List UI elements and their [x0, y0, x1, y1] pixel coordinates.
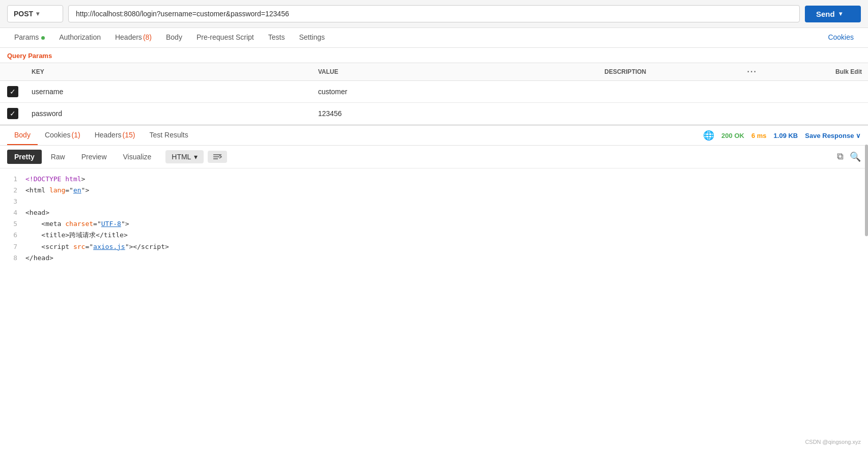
method-label: POST	[14, 10, 33, 18]
code-content: <!DOCTYPE html>	[25, 174, 85, 185]
format-chevron-icon: ▾	[194, 153, 198, 161]
resp-tab-test-results[interactable]: Test Results	[142, 126, 195, 145]
format-bar-right: ⧉ 🔍	[837, 151, 861, 162]
wrap-icon	[213, 153, 222, 160]
format-type-select[interactable]: HTML ▾	[165, 150, 204, 163]
send-label: Send	[816, 10, 835, 18]
resp-tab-cookies[interactable]: Cookies(1)	[38, 126, 88, 145]
copy-icon[interactable]: ⧉	[837, 151, 844, 162]
line-num: 6	[7, 230, 17, 241]
code-line-2: 2 <html lang="en">	[7, 185, 861, 196]
row2-key[interactable]: password	[25, 103, 312, 125]
line-num: 8	[7, 252, 17, 264]
checkmark-icon: ✓	[10, 109, 16, 118]
top-bar: POST ▾ http://localhost:8080/login?usern…	[0, 0, 868, 28]
tab-headers[interactable]: Headers(8)	[108, 28, 159, 47]
search-icon[interactable]: 🔍	[850, 151, 861, 162]
tab-cookies[interactable]: Cookies	[821, 28, 861, 47]
col-bulk-edit[interactable]: Bulk Edit	[772, 63, 868, 81]
checkmark-icon: ✓	[10, 88, 16, 96]
send-chevron-icon: ▾	[839, 10, 842, 17]
tab-tests[interactable]: Tests	[261, 28, 292, 47]
row1-actions	[732, 81, 772, 103]
line-num: 7	[7, 241, 17, 252]
more-options-icon[interactable]: ···	[747, 67, 757, 76]
checkbox-checked[interactable]: ✓	[7, 108, 18, 119]
resp-cookies-badge: (1)	[72, 131, 80, 139]
tab-authorization[interactable]: Authorization	[52, 28, 108, 47]
request-tabs: Params Authorization Headers(8) Body Pre…	[0, 28, 868, 48]
code-content: <title>跨域请求</title>	[25, 230, 128, 241]
tab-prerequest[interactable]: Pre-request Script	[189, 28, 261, 47]
response-section: Body Cookies(1) Headers(15) Test Results…	[0, 125, 868, 269]
col-value: VALUE	[312, 63, 599, 81]
globe-icon: 🌐	[703, 130, 714, 141]
response-time: 6 ms	[751, 132, 767, 139]
params-dot	[41, 36, 45, 40]
fmt-tab-visualize[interactable]: Visualize	[116, 150, 159, 164]
code-content	[25, 196, 30, 207]
line-num: 2	[7, 185, 17, 196]
method-select[interactable]: POST ▾	[7, 5, 63, 22]
wrap-button[interactable]	[208, 151, 227, 163]
status-code: 200 OK	[721, 132, 744, 139]
line-num: 1	[7, 174, 17, 185]
resp-headers-badge: (15)	[123, 131, 135, 139]
code-line-4: 4 <head>	[7, 207, 861, 218]
code-area: 1 <!DOCTYPE html> 2 <html lang="en"> 3 4…	[0, 168, 868, 269]
row1-bulk	[772, 81, 868, 103]
headers-badge: (8)	[143, 33, 152, 41]
query-params-title: Query Params	[0, 48, 868, 63]
code-content: <head>	[25, 207, 49, 218]
row2-description[interactable]	[598, 103, 732, 125]
line-num: 3	[7, 196, 17, 207]
fmt-tab-preview[interactable]: Preview	[74, 150, 114, 164]
line-num: 4	[7, 207, 17, 218]
url-input[interactable]: http://localhost:8080/login?username=cus…	[68, 5, 800, 22]
response-size: 1.09 KB	[774, 132, 798, 139]
query-params-section: Query Params KEY VALUE DESCRIPTION ··· B…	[0, 48, 868, 125]
tab-params[interactable]: Params	[7, 28, 52, 47]
code-line-3: 3	[7, 196, 861, 207]
code-content: <meta charset="UTF-8">	[25, 218, 129, 230]
row2-bulk	[772, 103, 868, 125]
row1-key[interactable]: username	[25, 81, 312, 103]
resp-tab-headers[interactable]: Headers(15)	[88, 126, 143, 145]
row2-checkbox-cell[interactable]: ✓	[0, 103, 25, 125]
checkbox-checked[interactable]: ✓	[7, 86, 18, 97]
code-content: <script src="axios.js"></script>	[25, 241, 169, 252]
resp-tab-body[interactable]: Body	[7, 126, 38, 145]
scrollbar-track[interactable]	[865, 145, 868, 236]
col-key: KEY	[25, 63, 312, 81]
row1-description[interactable]	[598, 81, 732, 103]
response-status-bar: 🌐 200 OK 6 ms 1.09 KB Save Response ∨	[703, 130, 861, 141]
table-row: ✓ username customer	[0, 81, 868, 103]
tab-settings[interactable]: Settings	[292, 28, 332, 47]
method-chevron-icon: ▾	[36, 10, 39, 17]
code-line-1: 1 <!DOCTYPE html>	[7, 174, 861, 185]
code-content: <html lang="en">	[25, 185, 89, 196]
code-content: </head>	[25, 252, 53, 264]
tab-body[interactable]: Body	[159, 28, 189, 47]
row1-checkbox-cell[interactable]: ✓	[0, 81, 25, 103]
row2-value[interactable]: 123456	[312, 103, 599, 125]
fmt-tab-raw[interactable]: Raw	[44, 150, 72, 164]
params-table: KEY VALUE DESCRIPTION ··· Bulk Edit ✓ us…	[0, 63, 868, 125]
row2-actions	[732, 103, 772, 125]
line-num: 5	[7, 218, 17, 230]
col-description: DESCRIPTION	[598, 63, 732, 81]
format-bar: Pretty Raw Preview Visualize HTML ▾ ⧉ 🔍	[0, 146, 868, 168]
col-dots: ···	[732, 63, 772, 81]
code-line-8: 8 </head>	[7, 252, 861, 264]
fmt-tab-pretty[interactable]: Pretty	[7, 150, 42, 164]
code-line-7: 7 <script src="axios.js"></script>	[7, 241, 861, 252]
code-line-5: 5 <meta charset="UTF-8">	[7, 218, 861, 230]
table-row: ✓ password 123456	[0, 103, 868, 125]
col-checkbox	[0, 63, 25, 81]
row1-value[interactable]: customer	[312, 81, 599, 103]
format-type-label: HTML	[172, 153, 191, 161]
send-button[interactable]: Send ▾	[805, 6, 861, 22]
code-line-6: 6 <title>跨域请求</title>	[7, 230, 861, 241]
save-response-button[interactable]: Save Response ∨	[805, 132, 861, 139]
response-tabs: Body Cookies(1) Headers(15) Test Results…	[0, 126, 868, 146]
